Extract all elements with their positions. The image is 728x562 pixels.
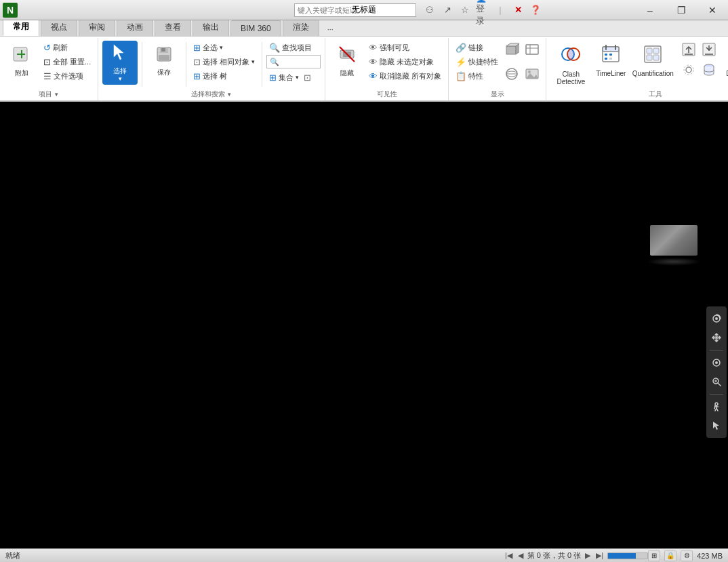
add-icon <box>12 45 31 68</box>
find-item-button[interactable]: 🔍 查找项目 <box>266 41 321 54</box>
close-x-icon[interactable]: ✕ <box>511 3 525 17</box>
close-button[interactable]: ✕ <box>697 0 728 20</box>
cursor-svg-icon <box>111 43 129 61</box>
tool-icon1[interactable] <box>679 41 698 60</box>
tool-icon3[interactable] <box>679 61 698 80</box>
hide-button[interactable]: 隐藏 <box>329 41 365 81</box>
ribbon-search-box[interactable]: 🔍 <box>266 55 321 68</box>
search-lens-icon: 🔍 <box>270 58 279 66</box>
tab-bim360[interactable]: BIM 360 <box>230 20 281 36</box>
display-icon2[interactable] <box>523 41 542 63</box>
tab-common[interactable]: 常用 <box>3 18 39 36</box>
status-page-info: 第 0 张，共 0 张 <box>527 550 581 561</box>
quantification-button[interactable]: Quantification <box>630 41 675 81</box>
select-items: 选择 ▼ 保存 <box>102 41 321 88</box>
svg-rect-29 <box>609 54 612 56</box>
svg-point-49 <box>715 317 718 320</box>
viewport[interactable] <box>0 103 728 548</box>
people-icon[interactable]: ⚇ <box>423 3 437 17</box>
look-button[interactable] <box>708 355 725 371</box>
pan-button[interactable] <box>708 329 725 346</box>
quick-props-button[interactable]: ⚡ 快捷特性 <box>453 55 501 68</box>
tab-review[interactable]: 审阅 <box>79 18 115 36</box>
minimize-button[interactable]: – <box>634 0 666 20</box>
ribbon-search-input[interactable] <box>279 58 317 66</box>
tab-render[interactable]: 渲染 <box>283 18 319 36</box>
tree-icon: ⊞ <box>193 71 201 81</box>
add-button[interactable]: 附加 <box>4 41 39 81</box>
tab-viewpoint[interactable]: 视点 <box>41 18 77 36</box>
select-tool-button[interactable] <box>708 418 725 434</box>
force-visible-button[interactable]: 👁 强制可见 <box>366 41 444 54</box>
tools-group-label: 工具 <box>649 89 662 100</box>
select-tree-button[interactable]: ⊞ 选择 树 <box>190 69 258 83</box>
restore-button[interactable]: ❐ <box>666 0 697 20</box>
zoom-button[interactable] <box>708 374 725 390</box>
nav-first-button[interactable]: |◀ <box>504 551 514 560</box>
props-button[interactable]: 📋 特性 <box>453 69 501 83</box>
tab-output[interactable]: 输出 <box>193 18 229 36</box>
display-icon4[interactable] <box>523 65 542 87</box>
save-label: 保存 <box>157 68 171 77</box>
hide-unselected-button[interactable]: 👁 隐藏 未选定对象 <box>366 55 444 68</box>
ribbon-group-project: 附加 ↺ 刷新 ⊡ 全部 重置... ☰ 文件选项 <box>0 38 98 100</box>
select-arrow-icon: ▼ <box>226 92 232 98</box>
select-all-button[interactable]: ⊞ 全选 ▾ <box>190 41 258 54</box>
nav-last-button[interactable]: ▶| <box>594 551 605 560</box>
display-stack: 🔗 链接 ⚡ 快捷特性 📋 特性 <box>453 41 501 83</box>
link-icon: 🔗 <box>456 43 466 53</box>
orbit-button[interactable] <box>708 310 725 327</box>
arrow-icon[interactable]: ↗ <box>441 3 454 17</box>
user-login-icon[interactable]: 👤 登录 <box>476 3 489 17</box>
project-stack: ↺ 刷新 ⊡ 全部 重置... ☰ 文件选项 <box>41 41 94 83</box>
tool-icon2[interactable] <box>700 41 719 60</box>
select-search-stack: ⊞ 全选 ▾ ⊡ 选择 相同对象 ▾ ⊞ 选择 树 <box>190 41 258 83</box>
project-items: 附加 ↺ 刷新 ⊡ 全部 重置... ☰ 文件选项 <box>4 41 94 88</box>
hide-svg-icon <box>338 45 357 64</box>
refresh-icon: ↺ <box>43 43 51 53</box>
display-icon1[interactable] <box>502 41 521 63</box>
display-group-label: 显示 <box>491 89 504 100</box>
tools-items: ClashDetective <box>550 41 728 88</box>
find-stack: 🔍 查找项目 🔍 ⊞ 集合 ▾ ⊡ <box>266 41 321 84</box>
nav-next-button[interactable]: ▶ <box>584 551 592 560</box>
timeliner-button[interactable]: TimeLiner <box>592 41 629 81</box>
select-same-arrow: ▾ <box>251 58 255 65</box>
tab-view[interactable]: 查看 <box>155 18 191 36</box>
link-button[interactable]: 🔗 链接 <box>453 41 501 54</box>
select-same-button[interactable]: ⊡ 选择 相同对象 ▾ <box>190 55 258 68</box>
status-center: |◀ ◀ 第 0 张，共 0 张 ▶ ▶| <box>504 550 648 561</box>
svg-rect-14 <box>526 45 538 54</box>
project-group-label[interactable]: 项目 ▼ <box>39 89 59 100</box>
select-group-label[interactable]: 选择和搜索 ▼ <box>191 89 232 100</box>
svg-rect-13 <box>506 46 516 54</box>
help-icon[interactable]: ❓ <box>529 3 542 17</box>
status-icon2[interactable]: 🔒 <box>664 550 676 561</box>
save-button[interactable]: 保存 <box>146 41 182 81</box>
nav-prev-button[interactable]: ◀ <box>517 551 525 560</box>
select-button[interactable]: 选择 ▼ <box>102 41 138 85</box>
status-icon3[interactable]: ⚙ <box>681 550 693 561</box>
union-button[interactable]: ⊞ 集合 ▾ ⊡ <box>266 71 321 84</box>
app-logo: N <box>0 0 20 20</box>
display-icon3[interactable] <box>502 65 521 87</box>
tool-icon4[interactable] <box>700 61 719 80</box>
select-label: 选择 <box>113 66 127 76</box>
unhide-all-button[interactable]: 👁 取消隐藏 所有对象 <box>366 69 444 83</box>
file-options-button[interactable]: ☰ 文件选项 <box>41 69 94 83</box>
clash-detective-label: ClashDetective <box>557 71 586 85</box>
star-icon[interactable]: ☆ <box>458 3 472 17</box>
scene-svg-icon <box>504 66 519 81</box>
mode-svg-icon <box>525 42 540 57</box>
timeliner-label: TimeLiner <box>596 70 626 78</box>
datatools-button[interactable]: D DataTools <box>721 41 728 81</box>
reset-all-button[interactable]: ⊡ 全部 重置... <box>41 55 94 68</box>
tab-more[interactable]: ··· <box>323 22 338 36</box>
clash-detective-button[interactable]: ClashDetective <box>550 41 591 88</box>
clash-detective-icon <box>560 43 582 69</box>
tab-animation[interactable]: 动画 <box>117 18 153 36</box>
status-icon1[interactable]: ⊞ <box>648 550 660 561</box>
walk-button[interactable] <box>708 399 725 415</box>
refresh-button[interactable]: ↺ 刷新 <box>41 41 94 54</box>
status-ready: 就绪 <box>5 550 504 561</box>
